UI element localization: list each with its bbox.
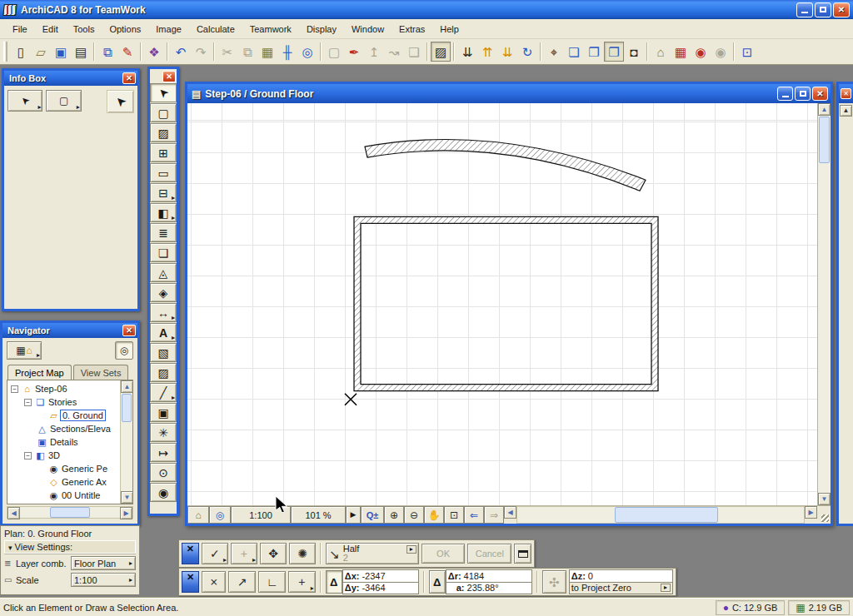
scrollbar-thumb[interactable]	[50, 507, 90, 518]
zoom-percent-button[interactable]: 101 %	[291, 506, 346, 524]
tree-item-ground-floor[interactable]: ▱ 0. Ground	[9, 409, 120, 422]
dz-value[interactable]: 0	[588, 571, 593, 581]
tree-item-lists[interactable]: + ▤ Lists	[9, 502, 120, 504]
parameter-pickup-button[interactable]: ✒	[344, 42, 364, 62]
collapse-icon[interactable]: −	[11, 385, 18, 393]
trace-reference-button[interactable]: ❐	[604, 42, 624, 62]
story-down-button[interactable]: ⇊	[497, 42, 517, 62]
arrow-tool[interactable]: ➤	[150, 83, 177, 102]
zoom-out-button[interactable]: ⊖	[404, 506, 424, 524]
scroll-down-button[interactable]: ▼	[818, 493, 831, 505]
close-icon[interactable]: ✕	[841, 88, 851, 99]
wall-accessory-button[interactable]: ▨	[431, 42, 451, 62]
infobox-close-button[interactable]: ✕	[122, 72, 136, 84]
z-reference-value[interactable]: to Project Zero	[571, 583, 631, 593]
mesh-tool[interactable]: ◈	[150, 283, 177, 302]
close-button[interactable]: ✕	[833, 2, 850, 17]
menu-tools[interactable]: Tools	[66, 22, 102, 37]
xy-delta-toggle[interactable]: Δ	[326, 570, 342, 594]
tree-item-untitled-camera[interactable]: ◉ 00 Untitle	[9, 489, 120, 502]
gravity-button[interactable]: ⌖	[544, 42, 564, 62]
toolbar-grip[interactable]	[3, 42, 7, 62]
floorplan-titlebar[interactable]: ▤ Step-06 / Ground Floor ✕	[187, 84, 831, 103]
scroll-left-button[interactable]: ◀	[7, 507, 20, 519]
line-tool[interactable]: ╱▸	[150, 383, 177, 402]
collapse-icon[interactable]: −	[24, 452, 32, 460]
zoom-pct-tool-button[interactable]: Q±	[361, 506, 384, 524]
horizontal-scrollbar[interactable]	[516, 506, 805, 524]
scroll-down-button[interactable]: ▼	[121, 491, 133, 504]
dimension-tool[interactable]: ↔▸	[150, 303, 177, 322]
doc-maximize-button[interactable]	[795, 87, 811, 101]
window-tool[interactable]: ⊟▸	[150, 183, 177, 202]
magic-wand-button[interactable]: ✺	[289, 543, 316, 564]
tree-horizontal-scrollbar[interactable]: ◀ ▶	[7, 506, 133, 519]
ra-delta-toggle[interactable]: Δ	[429, 570, 446, 594]
cursor-snap-button[interactable]: ⨯	[202, 571, 226, 593]
snapshot-button[interactable]: ◘	[624, 42, 644, 62]
undo-button[interactable]: ↶	[171, 42, 191, 62]
zoom-to-selection-button[interactable]: ◉	[691, 42, 711, 62]
open-button[interactable]: ▱	[31, 42, 51, 62]
menu-options[interactable]: Options	[102, 22, 148, 37]
navigator-titlebar[interactable]: Navigator ✕	[2, 323, 137, 338]
tree-item-step06[interactable]: − ⌂ Step-06	[9, 382, 120, 395]
camera-tool[interactable]: ◉	[150, 483, 177, 502]
control-box-close-button[interactable]: ✕	[182, 543, 199, 564]
figure-tool[interactable]: ▣	[150, 403, 177, 422]
tree-item-details[interactable]: ▣ Details	[9, 435, 120, 449]
print-button[interactable]: ▤	[71, 42, 91, 62]
slab-tool[interactable]: ❏	[150, 243, 177, 262]
zoom-menu-button[interactable]: ▶	[346, 506, 361, 524]
hotspot-tool[interactable]: ✳	[150, 423, 177, 442]
fit-view-button[interactable]: ⊡	[444, 506, 464, 524]
publisher-globe-button[interactable]: ◎	[115, 341, 133, 360]
vertical-scrollbar[interactable]: ▲ ▼	[817, 103, 831, 505]
angle-value[interactable]: 235.88°	[467, 583, 499, 593]
zone-tool[interactable]: ▧	[150, 343, 177, 362]
teamwork-button[interactable]: ❖	[144, 42, 164, 62]
roof-tool[interactable]: ◬	[150, 263, 177, 282]
tab-project-map[interactable]: Project Map	[7, 365, 72, 380]
detail-tool[interactable]: ⊙	[150, 463, 177, 482]
view-settings-header[interactable]: ▾ View Settings:	[4, 540, 136, 554]
layer-comb-dropdown[interactable]: Floor Plan ▸	[71, 556, 136, 570]
ghost-story-button[interactable]: ❏	[564, 42, 584, 62]
hscroll-right-button[interactable]: ▶	[805, 506, 817, 519]
beam-tool[interactable]: ▭	[150, 163, 177, 182]
zoom-in-button[interactable]: ⊕	[384, 506, 404, 524]
resize-grip[interactable]	[817, 506, 831, 524]
column-tool[interactable]: ⊞	[150, 143, 177, 162]
menu-display[interactable]: Display	[299, 22, 344, 37]
hscroll-left-button[interactable]: ◀	[504, 506, 516, 519]
curved-wall[interactable]	[365, 140, 646, 191]
infobox-titlebar[interactable]: Info Box ✕	[4, 71, 137, 86]
project-chooser-button[interactable]: ▦ ⌂ ▸	[7, 341, 42, 360]
spacing-button[interactable]: ╫	[277, 42, 297, 62]
previous-zoom-button[interactable]: ⇐	[464, 506, 484, 524]
menu-extras[interactable]: Extras	[392, 22, 432, 37]
scroll-up-button[interactable]: ▲	[840, 105, 852, 117]
panel-toggle-button[interactable]	[514, 544, 531, 564]
scrollbar-thumb[interactable]	[819, 117, 830, 163]
scrollbar-thumb[interactable]	[122, 394, 132, 422]
tree-item-sections[interactable]: △ Sections/Eleva	[9, 422, 120, 435]
layers-button[interactable]: ❐	[584, 42, 604, 62]
scroll-right-button[interactable]: ▶	[120, 507, 132, 519]
grid-snap-button[interactable]: ∟	[258, 571, 286, 593]
marquee-tool[interactable]: ▢	[150, 103, 177, 122]
tree-item-generic-perspective[interactable]: ◉ Generic Pe	[9, 462, 120, 475]
story-settings-button[interactable]: ⇊	[457, 42, 477, 62]
menu-edit[interactable]: Edit	[35, 22, 66, 37]
pan-button[interactable]: ✋	[424, 506, 444, 524]
scale-dropdown[interactable]: 1:100 ▸	[71, 573, 136, 587]
confirm-button[interactable]: ✓▸	[202, 543, 228, 564]
menu-teamwork[interactable]: Teamwork	[242, 22, 299, 37]
menu-help[interactable]: Help	[432, 22, 466, 37]
toolbox-close-button[interactable]: ✕	[162, 71, 176, 82]
tab-view-sets[interactable]: View Sets	[73, 365, 129, 380]
menu-window[interactable]: Window	[344, 22, 392, 37]
scale-button[interactable]: 1:100	[231, 506, 291, 524]
group-toggle-button[interactable]: ✥	[260, 543, 287, 564]
wall-tool[interactable]: ▨	[150, 123, 177, 142]
